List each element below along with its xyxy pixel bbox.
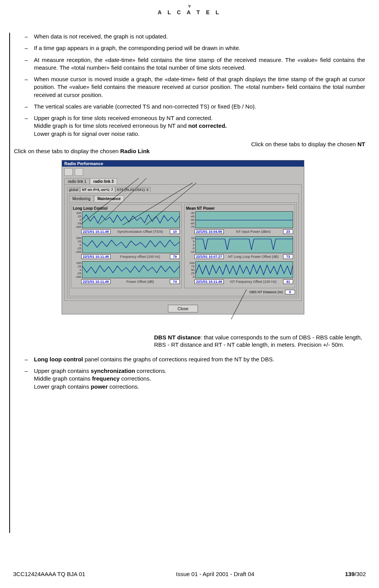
- toolbar-icon[interactable]: [75, 168, 83, 176]
- bullet-item: If a time gap appears in a graph, the co…: [23, 44, 365, 52]
- dbs-nt-distance-label: DBS NT Distance (m): [250, 290, 283, 294]
- graph-canvas[interactable]: [82, 236, 180, 253]
- tick: 25: [73, 215, 81, 218]
- value-field: 79: [170, 254, 180, 259]
- tab-nt6[interactable]: NT6 (RL#3,US#1): 6: [115, 187, 151, 192]
- y-axis: -30 -40 -50 -60 -70: [186, 211, 195, 229]
- text: corrections.: [135, 368, 167, 374]
- window-titlebar: Radio Performance: [62, 160, 304, 167]
- graph-label: NT Long Loop Power Offset (dB): [225, 255, 282, 259]
- tick: -40: [186, 215, 195, 218]
- margin-rule: [9, 33, 10, 533]
- tick: 100: [73, 261, 81, 265]
- text: panel contains the graphs of corrections…: [83, 356, 274, 362]
- graph-canvas[interactable]: [82, 261, 180, 278]
- callout-dbs-distance: DBS NT distance: that value corresponds …: [154, 334, 368, 349]
- text: Lower graph contains: [34, 383, 91, 390]
- tick: 5: [186, 240, 195, 243]
- bullet-item: When mouse cursor is moved inside a grap…: [23, 75, 365, 99]
- brand-text: A L C A T E L: [0, 9, 379, 15]
- tick: 0: [186, 243, 195, 247]
- text-bold: not corrected.: [188, 122, 227, 129]
- tick: -25: [73, 272, 81, 275]
- callout-radiolink: Click on these tabs to display the chose…: [14, 148, 150, 154]
- tick: -100: [73, 225, 81, 229]
- page-number: 139/302: [345, 571, 366, 577]
- tick: 10: [186, 236, 195, 240]
- radio-performance-window: Radio Performance radio link 1radio link…: [62, 160, 304, 314]
- date-field: 22/1/01 10.11.49: [195, 279, 224, 284]
- bullet-item: At measure reception, the «date-time» fi…: [23, 56, 365, 72]
- text: Upper graph is for time slots received e…: [34, 115, 213, 121]
- tick: 50: [186, 268, 195, 272]
- graph-power-offset: 100 25 0 -25 -100: [73, 261, 180, 279]
- tick: -100: [73, 250, 81, 254]
- graph-nt-input-power: -30 -40 -50 -60 -70: [186, 211, 293, 229]
- tick: 0: [73, 268, 81, 272]
- graph-canvas[interactable]: [195, 211, 293, 228]
- graph-canvas[interactable]: [195, 261, 293, 278]
- doc-issue: Issue 01 - April 2001 - Draft 04: [176, 571, 254, 577]
- text: Lower graph is for signal over noise rat…: [34, 130, 139, 137]
- y-axis: 10 5 0 -5 -10: [186, 236, 195, 254]
- page-footer: 3CC12424AAAA TQ BJA 01 Issue 01 - April …: [13, 571, 366, 577]
- tab-radio-link-1[interactable]: radio link 1: [64, 178, 90, 184]
- value-field: 10: [170, 229, 180, 234]
- graph-sync-offset: 100 25 0 -25 -100: [73, 211, 180, 229]
- graph-nt-freq-offset: 100 75 50 25 0: [186, 261, 293, 279]
- bullet-item: Upper graph is for time slots received e…: [23, 114, 365, 138]
- toolbar-icon[interactable]: [64, 168, 73, 176]
- monitoring-tabs: MonitoringMaintenance: [69, 195, 297, 202]
- tick: 100: [73, 236, 81, 240]
- text: Middle graph is for time slots received …: [34, 122, 188, 129]
- graph-label: NT Input Power (dBm): [225, 230, 282, 234]
- tab-nt-rl3[interactable]: NT on rl=3, us=1: 7: [80, 187, 115, 192]
- value-field: 74: [170, 279, 180, 284]
- tick: -10: [186, 250, 195, 254]
- text-bold: power: [91, 383, 108, 390]
- tick: -25: [73, 247, 81, 250]
- tick: -60: [186, 222, 195, 225]
- tick: 0: [73, 218, 81, 222]
- mean-nt-power-panel: Mean NT Power -30 -40 -50 -60 -70: [184, 204, 295, 288]
- text: Click on these tabs to display the chose…: [14, 148, 120, 154]
- bullet-item: Upper graph contains synchronization cor…: [23, 367, 365, 391]
- graph-label: NT Frequency Offset (100 Hz): [225, 280, 282, 284]
- bullet-item: The vertical scales are variable (correc…: [23, 103, 365, 110]
- close-button[interactable]: Close: [168, 305, 198, 312]
- tab-global[interactable]: global: [67, 187, 80, 192]
- tab-monitoring[interactable]: Monitoring: [69, 195, 94, 202]
- text: Click on these tabs to display the chose…: [251, 141, 357, 147]
- text-bold: 139: [345, 571, 355, 577]
- tick: 25: [73, 265, 81, 268]
- text-bold: frequency: [92, 375, 120, 382]
- tab-radio-link-3[interactable]: radio link 3: [90, 178, 117, 184]
- tick: 75: [186, 265, 195, 268]
- value-field: 73: [283, 254, 293, 259]
- tick: 25: [186, 272, 195, 275]
- toolbar: [62, 167, 304, 177]
- graph-label: Synchronization Offset (TS/4): [112, 230, 168, 234]
- graph-canvas[interactable]: [82, 211, 180, 228]
- panel-title: Mean NT Power: [186, 206, 293, 210]
- brand-logo: ▼ A L C A T E L: [0, 3, 379, 15]
- tick: -30: [186, 211, 195, 215]
- text: corrections.: [108, 383, 139, 390]
- tab-maintenance[interactable]: Maintenance: [94, 195, 124, 202]
- graph-freq-offset: 100 25 0 -25 -100: [73, 236, 180, 254]
- text: corrections.: [120, 375, 151, 382]
- text: Middle graph contains: [34, 375, 92, 382]
- graph-label: Power Offset (dB): [112, 280, 168, 284]
- graph-canvas[interactable]: [195, 236, 293, 253]
- date-field: 22/1/01 10.07.27: [195, 254, 224, 259]
- text-bold: synchronization: [91, 368, 135, 374]
- text: /302: [355, 571, 366, 577]
- tick: -25: [73, 222, 81, 225]
- text-bold: Long loop control: [34, 356, 83, 362]
- radio-link-tabs: radio link 1radio link 3: [62, 178, 304, 184]
- y-axis: 100 25 0 -25 -100: [73, 261, 82, 279]
- tick: 25: [73, 240, 81, 243]
- value-field: 23: [283, 229, 293, 234]
- bullet-item: When data is not received, the graph is …: [23, 33, 365, 40]
- tick: 0: [73, 243, 81, 247]
